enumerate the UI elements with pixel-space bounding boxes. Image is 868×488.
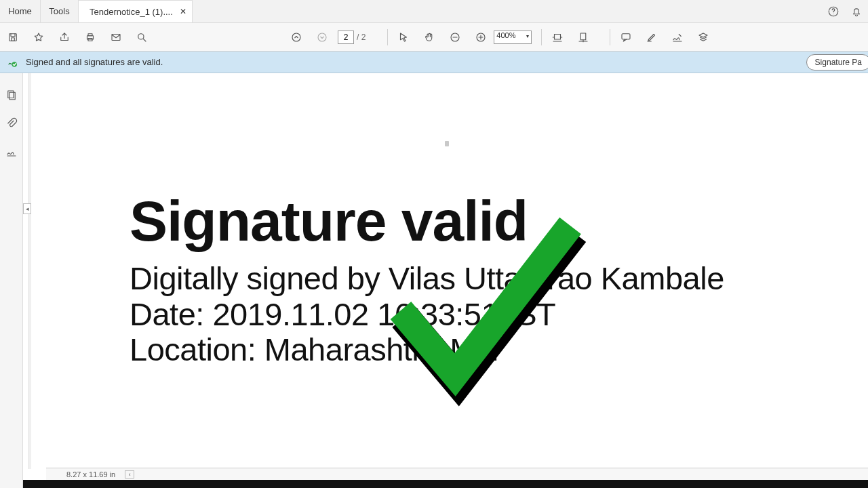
comment-icon[interactable] [613, 23, 639, 52]
divider [387, 29, 388, 45]
page-total: / 2 [357, 33, 366, 42]
signature-banner: Signed and all signatures are valid. Sig… [0, 52, 868, 73]
svg-rect-14 [581, 33, 587, 40]
page-up-icon[interactable] [283, 23, 309, 52]
svg-rect-7 [112, 34, 120, 40]
document-viewport[interactable]: Signature valid Digitally signed by Vila… [31, 73, 868, 469]
taskbar-strip [23, 480, 868, 488]
signature-block[interactable]: Signature valid Digitally signed by Vila… [130, 188, 868, 368]
star-icon[interactable] [26, 23, 52, 52]
signature-valid-icon [5, 55, 20, 70]
status-bar: 8.27 x 11.69 in ‹ [46, 468, 868, 480]
close-tab-icon[interactable]: ✕ [180, 7, 186, 16]
search-icon[interactable] [129, 23, 155, 52]
zoom-value: 400% [496, 31, 515, 39]
svg-rect-17 [7, 91, 13, 98]
bell-icon[interactable] [845, 0, 868, 23]
tab-document-label: Tendernotice_1 (1).... [90, 7, 173, 17]
tab-home[interactable]: Home [0, 0, 41, 22]
divider [610, 29, 610, 45]
svg-rect-3 [12, 37, 15, 41]
signature-banner-text: Signed and all signatures are valid. [26, 57, 163, 67]
share-icon[interactable] [52, 23, 77, 52]
left-rail [0, 73, 23, 488]
tab-document[interactable]: Tendernotice_1 (1).... ✕ [79, 0, 193, 22]
zoom-in-icon[interactable] [468, 23, 494, 52]
thumbnails-icon[interactable] [5, 88, 18, 102]
page-down-icon[interactable] [309, 23, 335, 52]
fit-width-icon[interactable] [545, 23, 570, 52]
work-area: Signature valid Digitally signed by Vila… [0, 73, 868, 488]
svg-point-1 [833, 14, 834, 14]
rail-collapse-icon[interactable]: ◂ [23, 203, 31, 214]
location-line: Location: Maharashtra-MH [130, 332, 868, 368]
svg-rect-15 [622, 33, 630, 39]
divider [541, 29, 542, 45]
fit-page-icon[interactable] [570, 23, 596, 52]
signatures-panel-icon[interactable] [5, 145, 18, 159]
signature-panel-button[interactable]: Signature Pa [806, 54, 868, 70]
stamp-icon[interactable] [690, 23, 716, 52]
toolbar: / 2 400%▾ [0, 23, 868, 52]
sign-icon[interactable] [665, 23, 690, 52]
zoom-out-icon[interactable] [442, 23, 468, 52]
page-dimensions: 8.27 x 11.69 in [66, 470, 115, 479]
hscroll-left[interactable]: ‹ [125, 470, 134, 479]
signature-title: Signature valid [130, 188, 868, 254]
tab-strip: Home Tools Tendernotice_1 (1).... ✕ [0, 0, 868, 23]
signed-by-line: Digitally signed by Vilas Uttamrao Kamba… [130, 261, 868, 297]
svg-rect-18 [9, 92, 15, 100]
svg-point-8 [138, 33, 144, 39]
email-icon[interactable] [103, 23, 129, 52]
tab-tools[interactable]: Tools [41, 0, 79, 22]
svg-rect-2 [9, 33, 17, 41]
svg-rect-13 [555, 34, 561, 39]
save-icon[interactable] [0, 23, 26, 52]
svg-point-9 [292, 33, 300, 41]
select-tool-icon[interactable] [391, 23, 416, 52]
page-number-input[interactable] [338, 30, 354, 44]
help-icon[interactable] [822, 0, 845, 23]
svg-point-10 [318, 33, 326, 41]
artifact [445, 141, 449, 146]
print-icon[interactable] [77, 23, 103, 52]
attachments-icon[interactable] [5, 117, 18, 130]
svg-rect-5 [88, 33, 92, 35]
zoom-select[interactable]: 400%▾ [494, 30, 532, 44]
date-line: Date: 2019.11.02 16:33:51 IST [130, 297, 868, 333]
hand-tool-icon[interactable] [416, 23, 442, 52]
highlight-icon[interactable] [639, 23, 665, 52]
